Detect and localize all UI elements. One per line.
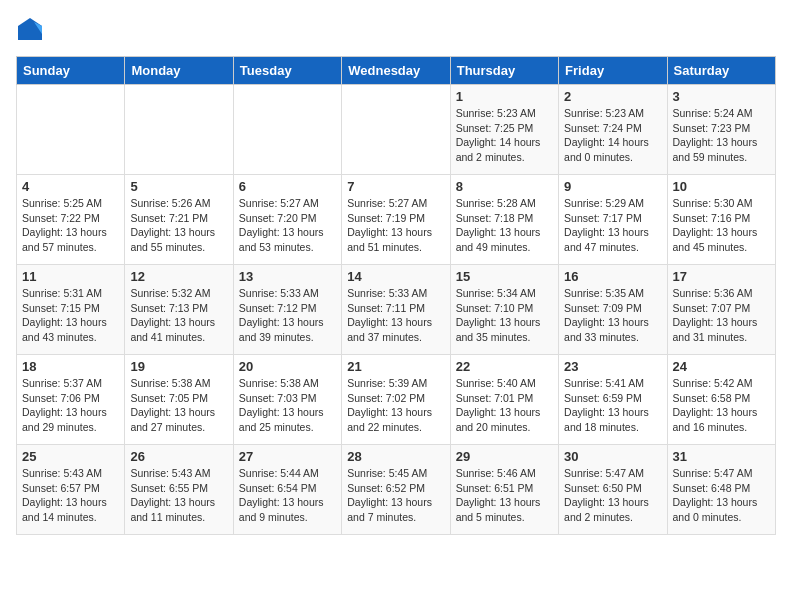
day-info: Sunrise: 5:43 AM Sunset: 6:57 PM Dayligh… <box>22 466 119 525</box>
logo <box>16 16 48 44</box>
calendar-cell: 14Sunrise: 5:33 AM Sunset: 7:11 PM Dayli… <box>342 265 450 355</box>
day-info: Sunrise: 5:34 AM Sunset: 7:10 PM Dayligh… <box>456 286 553 345</box>
day-number: 6 <box>239 179 336 194</box>
logo-icon <box>16 16 44 44</box>
svg-marker-0 <box>18 18 42 40</box>
day-number: 13 <box>239 269 336 284</box>
weekday-header-saturday: Saturday <box>667 57 775 85</box>
calendar-cell: 5Sunrise: 5:26 AM Sunset: 7:21 PM Daylig… <box>125 175 233 265</box>
day-number: 4 <box>22 179 119 194</box>
day-info: Sunrise: 5:41 AM Sunset: 6:59 PM Dayligh… <box>564 376 661 435</box>
day-info: Sunrise: 5:39 AM Sunset: 7:02 PM Dayligh… <box>347 376 444 435</box>
day-info: Sunrise: 5:42 AM Sunset: 6:58 PM Dayligh… <box>673 376 770 435</box>
calendar-cell: 2Sunrise: 5:23 AM Sunset: 7:24 PM Daylig… <box>559 85 667 175</box>
calendar-cell: 6Sunrise: 5:27 AM Sunset: 7:20 PM Daylig… <box>233 175 341 265</box>
calendar-week-3: 11Sunrise: 5:31 AM Sunset: 7:15 PM Dayli… <box>17 265 776 355</box>
calendar-cell: 4Sunrise: 5:25 AM Sunset: 7:22 PM Daylig… <box>17 175 125 265</box>
calendar-cell: 10Sunrise: 5:30 AM Sunset: 7:16 PM Dayli… <box>667 175 775 265</box>
weekday-header-wednesday: Wednesday <box>342 57 450 85</box>
calendar-cell: 12Sunrise: 5:32 AM Sunset: 7:13 PM Dayli… <box>125 265 233 355</box>
day-number: 27 <box>239 449 336 464</box>
day-info: Sunrise: 5:47 AM Sunset: 6:48 PM Dayligh… <box>673 466 770 525</box>
day-info: Sunrise: 5:33 AM Sunset: 7:11 PM Dayligh… <box>347 286 444 345</box>
day-info: Sunrise: 5:23 AM Sunset: 7:25 PM Dayligh… <box>456 106 553 165</box>
day-number: 14 <box>347 269 444 284</box>
calendar-week-5: 25Sunrise: 5:43 AM Sunset: 6:57 PM Dayli… <box>17 445 776 535</box>
weekday-header-thursday: Thursday <box>450 57 558 85</box>
day-number: 16 <box>564 269 661 284</box>
day-number: 29 <box>456 449 553 464</box>
day-info: Sunrise: 5:36 AM Sunset: 7:07 PM Dayligh… <box>673 286 770 345</box>
calendar-cell: 29Sunrise: 5:46 AM Sunset: 6:51 PM Dayli… <box>450 445 558 535</box>
day-info: Sunrise: 5:30 AM Sunset: 7:16 PM Dayligh… <box>673 196 770 255</box>
day-info: Sunrise: 5:31 AM Sunset: 7:15 PM Dayligh… <box>22 286 119 345</box>
calendar-week-1: 1Sunrise: 5:23 AM Sunset: 7:25 PM Daylig… <box>17 85 776 175</box>
day-number: 11 <box>22 269 119 284</box>
calendar-cell: 15Sunrise: 5:34 AM Sunset: 7:10 PM Dayli… <box>450 265 558 355</box>
day-number: 19 <box>130 359 227 374</box>
calendar-cell: 25Sunrise: 5:43 AM Sunset: 6:57 PM Dayli… <box>17 445 125 535</box>
calendar-cell <box>125 85 233 175</box>
calendar-cell: 9Sunrise: 5:29 AM Sunset: 7:17 PM Daylig… <box>559 175 667 265</box>
calendar-cell: 17Sunrise: 5:36 AM Sunset: 7:07 PM Dayli… <box>667 265 775 355</box>
day-info: Sunrise: 5:33 AM Sunset: 7:12 PM Dayligh… <box>239 286 336 345</box>
calendar-cell: 8Sunrise: 5:28 AM Sunset: 7:18 PM Daylig… <box>450 175 558 265</box>
day-number: 2 <box>564 89 661 104</box>
calendar-cell: 28Sunrise: 5:45 AM Sunset: 6:52 PM Dayli… <box>342 445 450 535</box>
calendar-cell: 19Sunrise: 5:38 AM Sunset: 7:05 PM Dayli… <box>125 355 233 445</box>
day-number: 17 <box>673 269 770 284</box>
calendar-cell: 23Sunrise: 5:41 AM Sunset: 6:59 PM Dayli… <box>559 355 667 445</box>
day-info: Sunrise: 5:47 AM Sunset: 6:50 PM Dayligh… <box>564 466 661 525</box>
day-info: Sunrise: 5:43 AM Sunset: 6:55 PM Dayligh… <box>130 466 227 525</box>
day-number: 1 <box>456 89 553 104</box>
day-info: Sunrise: 5:25 AM Sunset: 7:22 PM Dayligh… <box>22 196 119 255</box>
calendar-cell: 21Sunrise: 5:39 AM Sunset: 7:02 PM Dayli… <box>342 355 450 445</box>
day-info: Sunrise: 5:23 AM Sunset: 7:24 PM Dayligh… <box>564 106 661 165</box>
day-info: Sunrise: 5:27 AM Sunset: 7:20 PM Dayligh… <box>239 196 336 255</box>
day-info: Sunrise: 5:37 AM Sunset: 7:06 PM Dayligh… <box>22 376 119 435</box>
day-number: 8 <box>456 179 553 194</box>
weekday-header-row: SundayMondayTuesdayWednesdayThursdayFrid… <box>17 57 776 85</box>
day-info: Sunrise: 5:35 AM Sunset: 7:09 PM Dayligh… <box>564 286 661 345</box>
day-info: Sunrise: 5:46 AM Sunset: 6:51 PM Dayligh… <box>456 466 553 525</box>
day-number: 30 <box>564 449 661 464</box>
calendar-cell <box>342 85 450 175</box>
day-number: 12 <box>130 269 227 284</box>
calendar-table: SundayMondayTuesdayWednesdayThursdayFrid… <box>16 56 776 535</box>
day-number: 5 <box>130 179 227 194</box>
day-number: 20 <box>239 359 336 374</box>
weekday-header-friday: Friday <box>559 57 667 85</box>
day-info: Sunrise: 5:27 AM Sunset: 7:19 PM Dayligh… <box>347 196 444 255</box>
weekday-header-sunday: Sunday <box>17 57 125 85</box>
calendar-cell: 27Sunrise: 5:44 AM Sunset: 6:54 PM Dayli… <box>233 445 341 535</box>
calendar-cell: 16Sunrise: 5:35 AM Sunset: 7:09 PM Dayli… <box>559 265 667 355</box>
day-number: 25 <box>22 449 119 464</box>
calendar-cell: 20Sunrise: 5:38 AM Sunset: 7:03 PM Dayli… <box>233 355 341 445</box>
day-info: Sunrise: 5:44 AM Sunset: 6:54 PM Dayligh… <box>239 466 336 525</box>
calendar-cell: 26Sunrise: 5:43 AM Sunset: 6:55 PM Dayli… <box>125 445 233 535</box>
calendar-cell: 13Sunrise: 5:33 AM Sunset: 7:12 PM Dayli… <box>233 265 341 355</box>
day-number: 23 <box>564 359 661 374</box>
day-number: 18 <box>22 359 119 374</box>
day-number: 7 <box>347 179 444 194</box>
day-info: Sunrise: 5:32 AM Sunset: 7:13 PM Dayligh… <box>130 286 227 345</box>
day-info: Sunrise: 5:29 AM Sunset: 7:17 PM Dayligh… <box>564 196 661 255</box>
day-info: Sunrise: 5:26 AM Sunset: 7:21 PM Dayligh… <box>130 196 227 255</box>
calendar-week-4: 18Sunrise: 5:37 AM Sunset: 7:06 PM Dayli… <box>17 355 776 445</box>
day-number: 15 <box>456 269 553 284</box>
weekday-header-tuesday: Tuesday <box>233 57 341 85</box>
calendar-cell: 18Sunrise: 5:37 AM Sunset: 7:06 PM Dayli… <box>17 355 125 445</box>
day-info: Sunrise: 5:28 AM Sunset: 7:18 PM Dayligh… <box>456 196 553 255</box>
calendar-cell: 22Sunrise: 5:40 AM Sunset: 7:01 PM Dayli… <box>450 355 558 445</box>
calendar-cell: 1Sunrise: 5:23 AM Sunset: 7:25 PM Daylig… <box>450 85 558 175</box>
day-info: Sunrise: 5:40 AM Sunset: 7:01 PM Dayligh… <box>456 376 553 435</box>
day-info: Sunrise: 5:38 AM Sunset: 7:03 PM Dayligh… <box>239 376 336 435</box>
day-number: 9 <box>564 179 661 194</box>
calendar-cell: 24Sunrise: 5:42 AM Sunset: 6:58 PM Dayli… <box>667 355 775 445</box>
day-number: 10 <box>673 179 770 194</box>
calendar-cell <box>233 85 341 175</box>
calendar-cell: 30Sunrise: 5:47 AM Sunset: 6:50 PM Dayli… <box>559 445 667 535</box>
day-info: Sunrise: 5:38 AM Sunset: 7:05 PM Dayligh… <box>130 376 227 435</box>
day-number: 22 <box>456 359 553 374</box>
calendar-cell: 3Sunrise: 5:24 AM Sunset: 7:23 PM Daylig… <box>667 85 775 175</box>
